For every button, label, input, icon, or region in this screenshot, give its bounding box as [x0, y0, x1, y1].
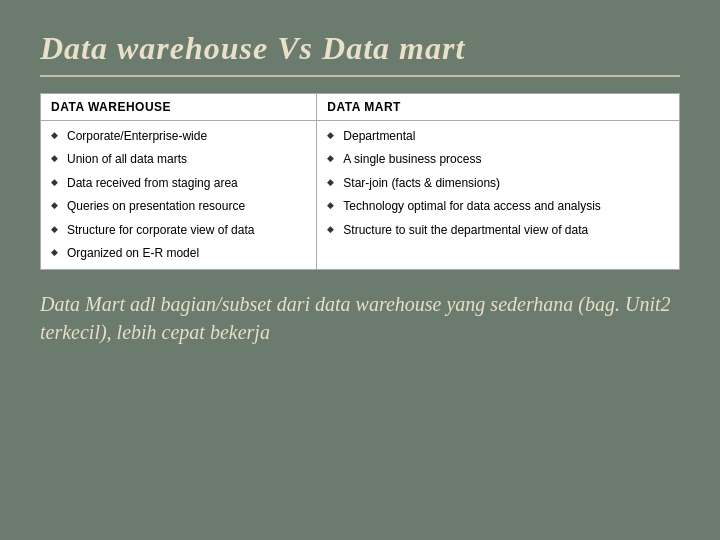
- list-item: Organized on E-R model: [51, 242, 306, 265]
- table-row: Corporate/Enterprise-wide Union of all d…: [41, 121, 680, 270]
- warehouse-items: Corporate/Enterprise-wide Union of all d…: [41, 121, 317, 270]
- col-header-mart: DATA MART: [317, 94, 680, 121]
- slide: Data warehouse Vs Data mart DATA WAREHOU…: [10, 10, 710, 530]
- list-item: Star-join (facts & dimensions): [327, 172, 669, 195]
- list-item: Data received from staging area: [51, 172, 306, 195]
- list-item: Departmental: [327, 125, 669, 148]
- mart-items: Departmental A single business process S…: [317, 121, 680, 270]
- list-item: A single business process: [327, 148, 669, 171]
- footer-text: Data Mart adl bagian/subset dari data wa…: [40, 290, 680, 346]
- comparison-table: DATA WAREHOUSE DATA MART Corporate/Enter…: [40, 93, 680, 270]
- list-item: Structure for corporate view of data: [51, 219, 306, 242]
- list-item: Structure to suit the departmental view …: [327, 219, 669, 242]
- list-item: Technology optimal for data access and a…: [327, 195, 669, 218]
- list-item: Corporate/Enterprise-wide: [51, 125, 306, 148]
- list-item: Union of all data marts: [51, 148, 306, 171]
- slide-title: Data warehouse Vs Data mart: [40, 30, 680, 77]
- list-item: Queries on presentation resource: [51, 195, 306, 218]
- col-header-warehouse: DATA WAREHOUSE: [41, 94, 317, 121]
